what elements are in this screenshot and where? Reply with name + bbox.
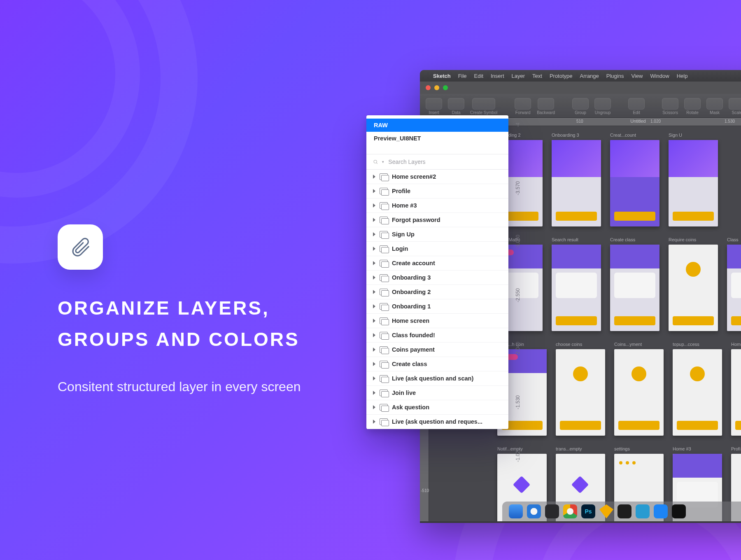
disclosure-caret-icon[interactable] xyxy=(373,261,375,265)
macos-menubar[interactable]: Sketch File Edit Insert Layer Text Proto… xyxy=(420,70,741,82)
disclosure-caret-icon[interactable] xyxy=(373,362,375,366)
toolbar-button-icon[interactable] xyxy=(538,98,554,110)
menu-item[interactable]: Plugins xyxy=(606,73,624,79)
toolbar-item[interactable]: Forward xyxy=(515,98,531,115)
toolbar-item[interactable]: Data xyxy=(448,98,464,115)
toolbar-button-icon[interactable] xyxy=(628,98,645,110)
layers-panel[interactable]: RAW Preview_UI8NET ▾ Home screen#2Profil… xyxy=(366,115,508,429)
layer-row[interactable]: Login xyxy=(366,242,508,256)
artboard-body[interactable] xyxy=(673,349,722,436)
toolbar-item[interactable]: Rotate xyxy=(684,98,701,115)
toolbar-item[interactable]: Edit xyxy=(628,98,645,115)
menu-item[interactable]: Text xyxy=(532,73,542,79)
disclosure-caret-icon[interactable] xyxy=(373,319,375,323)
disclosure-caret-icon[interactable] xyxy=(373,290,375,294)
artboard[interactable]: Onboarding 3 xyxy=(552,133,601,226)
layer-row[interactable]: Forgot password xyxy=(366,213,508,227)
toolbar-button-icon[interactable] xyxy=(515,98,531,110)
toolbar-button-icon[interactable] xyxy=(472,98,495,110)
disclosure-caret-icon[interactable] xyxy=(373,405,375,409)
artboard-body[interactable] xyxy=(556,349,605,436)
dock-app-term[interactable] xyxy=(672,504,686,518)
disclosure-caret-icon[interactable] xyxy=(373,218,375,222)
toolbar-item[interactable]: Ungroup xyxy=(594,98,611,115)
toolbar-item[interactable]: Mask xyxy=(706,98,723,115)
menu-item[interactable]: Window xyxy=(650,73,669,79)
artboard[interactable]: choose coins xyxy=(556,342,605,436)
page-row[interactable]: Preview_UI8NET xyxy=(366,132,508,145)
artboard[interactable]: Sign U xyxy=(669,133,718,226)
toolbar-item[interactable]: Group xyxy=(572,98,589,115)
artboard[interactable]: topup...ccess xyxy=(673,342,722,436)
toolbar-button-icon[interactable] xyxy=(729,98,741,110)
disclosure-caret-icon[interactable] xyxy=(373,304,375,308)
disclosure-caret-icon[interactable] xyxy=(373,275,375,280)
macos-dock[interactable]: Ps xyxy=(502,502,741,521)
close-icon[interactable] xyxy=(426,85,431,90)
dock-app-tg[interactable] xyxy=(636,504,650,518)
layer-row[interactable]: Live (ask question and scan) xyxy=(366,371,508,386)
menu-item[interactable]: Prototype xyxy=(550,73,573,79)
search-layers[interactable]: ▾ xyxy=(366,154,508,170)
zoom-icon[interactable] xyxy=(443,85,448,90)
toolbar-item[interactable]: Create Symbol xyxy=(470,98,497,115)
layer-row[interactable]: Create class xyxy=(366,357,508,371)
menu-item[interactable]: Help xyxy=(677,73,688,79)
artboard[interactable]: Require coins xyxy=(669,237,718,331)
artboard[interactable]: Search result xyxy=(552,237,601,331)
dock-app-compass[interactable] xyxy=(545,504,559,518)
artboard[interactable]: Create class xyxy=(610,237,659,331)
disclosure-caret-icon[interactable] xyxy=(373,175,375,179)
menu-item[interactable]: View xyxy=(631,73,643,79)
sketch-toolbar[interactable]: InsertDataCreate SymbolForwardBackwardGr… xyxy=(420,94,741,118)
layer-row[interactable]: Onboarding 3 xyxy=(366,271,508,285)
disclosure-caret-icon[interactable] xyxy=(373,376,375,380)
toolbar-item[interactable]: Insert xyxy=(426,98,442,115)
layer-row[interactable]: Onboarding 2 xyxy=(366,285,508,299)
minimize-icon[interactable] xyxy=(434,85,439,90)
disclosure-caret-icon[interactable] xyxy=(373,203,375,208)
dock-app-figma[interactable] xyxy=(618,504,631,518)
menu-item[interactable]: Sketch xyxy=(433,73,451,79)
page-row-active[interactable]: RAW xyxy=(366,119,508,132)
artboard-body[interactable] xyxy=(727,245,741,331)
toolbar-item[interactable]: Backward xyxy=(537,98,555,115)
artboard[interactable]: Coins...yment xyxy=(614,342,664,436)
menu-item[interactable]: Arrange xyxy=(580,73,599,79)
toolbar-button-icon[interactable] xyxy=(572,98,589,110)
menu-item[interactable]: Edit xyxy=(474,73,483,79)
layer-row[interactable]: Join live xyxy=(366,386,508,400)
layer-row[interactable]: Home screen#2 xyxy=(366,170,508,184)
disclosure-caret-icon[interactable] xyxy=(373,391,375,395)
artboard-body[interactable] xyxy=(552,140,601,226)
artboard-body[interactable] xyxy=(669,245,718,331)
artboard-body[interactable] xyxy=(552,245,601,331)
toolbar-button-icon[interactable] xyxy=(448,98,464,110)
artboard-body[interactable] xyxy=(610,140,659,226)
toolbar-button-icon[interactable] xyxy=(426,98,442,110)
menu-item[interactable]: Insert xyxy=(491,73,504,79)
layer-row[interactable]: Sign Up xyxy=(366,227,508,242)
disclosure-caret-icon[interactable] xyxy=(373,333,375,337)
layer-row[interactable]: Class founded! xyxy=(366,328,508,343)
layer-row[interactable]: Home #3 xyxy=(366,198,508,213)
pages-list[interactable]: RAW Preview_UI8NET xyxy=(366,115,508,154)
artboard[interactable]: Class xyxy=(727,237,741,331)
dock-app-safari[interactable] xyxy=(527,504,541,518)
toolbar-button-icon[interactable] xyxy=(594,98,611,110)
artboard-body[interactable] xyxy=(614,349,664,436)
dock-app-appstore[interactable] xyxy=(654,504,668,518)
toolbar-button-icon[interactable] xyxy=(684,98,701,110)
layer-row[interactable]: Coins payment xyxy=(366,343,508,357)
dock-app-chrome[interactable] xyxy=(563,504,577,518)
disclosure-caret-icon[interactable] xyxy=(373,247,375,251)
disclosure-caret-icon[interactable] xyxy=(373,348,375,352)
layer-row[interactable]: Ask question xyxy=(366,400,508,415)
toolbar-item[interactable]: Scissors xyxy=(662,98,678,115)
dock-app-sketch[interactable] xyxy=(599,504,613,518)
menu-item[interactable]: File xyxy=(458,73,467,79)
layer-list[interactable]: Home screen#2ProfileHome #3Forgot passwo… xyxy=(366,170,508,429)
disclosure-caret-icon[interactable] xyxy=(373,420,375,424)
menu-item[interactable]: Layer xyxy=(512,73,525,79)
layer-row[interactable]: Create account xyxy=(366,256,508,271)
